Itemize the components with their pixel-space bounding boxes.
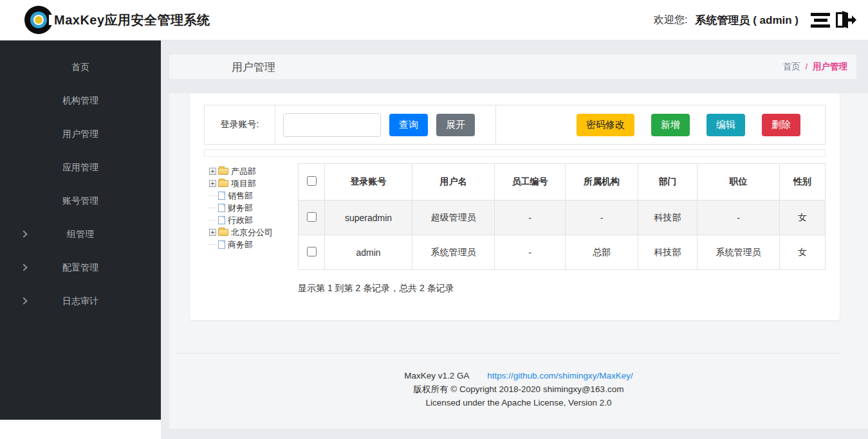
footer-license: Licensed under the Apache License, Versi… (169, 396, 868, 409)
users-table: 登录账号 用户名 员工编号 所属机构 部门 职位 性别 (298, 163, 826, 270)
breadcrumb-home-link[interactable]: 首页 (783, 62, 800, 71)
delete-button[interactable]: 删除 (762, 114, 800, 136)
top-header: MaxKey应用安全管理系统 欢迎您: 系统管理员 ( admin ) (0, 0, 868, 40)
brand: MaxKey应用安全管理系统 (0, 6, 210, 34)
chevron-right-icon (20, 264, 27, 271)
col-header-department: 部门 (638, 164, 697, 201)
users-table-wrap: 登录账号 用户名 员工编号 所属机构 部门 职位 性别 (298, 163, 826, 294)
menu-list-icon[interactable] (810, 13, 831, 28)
sidebar-item-log-audit[interactable]: 日志审计 (0, 285, 161, 318)
records-info: 显示第 1 到第 2 条记录，总共 2 条记录 (298, 283, 826, 294)
file-icon (218, 204, 225, 212)
row-checkbox[interactable] (307, 247, 317, 256)
table-row-admin[interactable]: admin 系统管理员 - 总部 科技部 系统管理员 女 (299, 235, 826, 270)
user-area: 欢迎您: 系统管理员 ( admin ) (654, 9, 868, 31)
breadcrumb: 首页 / 用户管理 (783, 61, 856, 73)
login-account-input[interactable] (283, 113, 381, 137)
tree-node-business-dept[interactable]: 商务部 (209, 238, 298, 251)
col-header-organization: 所属机构 (566, 164, 638, 201)
app-window: MaxKey应用安全管理系统 欢迎您: 系统管理员 ( admin ) 首页 机… (0, 0, 868, 439)
content-area: 用户管理 首页 / 用户管理 登录账号: 查询 展开 (161, 40, 868, 439)
folder-icon (218, 168, 228, 175)
org-tree: + 产品部 + 项目部 (204, 163, 298, 294)
table-header-row: 登录账号 用户名 员工编号 所属机构 部门 职位 性别 (299, 164, 826, 201)
file-icon (218, 216, 225, 224)
sidebar-item-config-mgmt[interactable]: 配置管理 (0, 251, 161, 285)
breadcrumb-current: 用户管理 (813, 62, 847, 71)
sidebar-item-app-mgmt[interactable]: 应用管理 (0, 151, 161, 184)
select-all-checkbox[interactable] (307, 176, 317, 186)
col-header-username: 用户名 (412, 164, 495, 201)
page-header-band: 用户管理 首页 / 用户管理 (169, 55, 856, 79)
expand-icon[interactable]: + (209, 229, 216, 236)
tree-node-sales-dept[interactable]: 销售部 (209, 190, 298, 202)
col-header-login-account: 登录账号 (325, 164, 412, 201)
sidebar-item-account-mgmt[interactable]: 账号管理 (0, 184, 161, 218)
password-modify-button[interactable]: 密码修改 (577, 114, 634, 136)
search-form: 登录账号: 查询 展开 密码修改 新增 编辑 删除 (204, 105, 826, 145)
folder-icon (218, 229, 228, 236)
tree-node-project-dept[interactable]: + 项目部 (209, 177, 298, 190)
expand-button[interactable]: 展开 (436, 114, 475, 136)
edit-button[interactable]: 编辑 (706, 114, 745, 136)
maxkey-logo-icon (24, 6, 53, 34)
page-footer: MaxKey v1.2 GA https://github.com/shimin… (169, 354, 868, 409)
expand-icon[interactable]: + (209, 168, 216, 175)
tree-node-finance-dept[interactable]: 财务部 (209, 202, 298, 214)
col-header-position: 职位 (697, 164, 780, 201)
github-link[interactable]: https://github.com/shimingxy/MaxKey/ (487, 371, 633, 381)
col-header-employee-no: 员工编号 (495, 164, 566, 201)
row-checkbox[interactable] (307, 212, 317, 222)
breadcrumb-separator: / (805, 62, 808, 71)
sidebar-item-org-mgmt[interactable]: 机构管理 (0, 84, 161, 118)
tree-node-beijing-branch[interactable]: + 北京分公司 (209, 226, 298, 238)
chevron-right-icon (20, 231, 27, 238)
sidebar-item-group-mgmt[interactable]: 组管理 (0, 218, 161, 251)
file-icon (218, 240, 225, 249)
sidebar-item-user-mgmt[interactable]: 用户管理 (0, 118, 161, 151)
expand-icon[interactable]: + (209, 180, 216, 187)
footer-version: MaxKey v1.2 GA (404, 371, 469, 381)
query-button[interactable]: 查询 (389, 114, 428, 136)
table-row-superadmin[interactable]: superadmin 超级管理员 - - 科技部 - 女 (299, 201, 826, 235)
tree-node-product-dept[interactable]: + 产品部 (209, 165, 298, 177)
welcome-label: 欢迎您: (654, 13, 687, 27)
tree-node-admin-dept[interactable]: 行政部 (209, 214, 298, 226)
col-header-gender: 性别 (780, 164, 826, 201)
footer-copyright: 版权所有 © Copyright 2018-2020 shimingxy@163… (169, 382, 868, 396)
page-title: 用户管理 (169, 60, 275, 75)
login-account-label: 登录账号: (205, 105, 275, 144)
chevron-right-icon (20, 298, 27, 305)
page-area: 登录账号: 查询 展开 密码修改 新增 编辑 删除 (169, 93, 868, 429)
app-title: MaxKey应用安全管理系统 (54, 12, 210, 29)
file-icon (218, 192, 225, 200)
logout-icon[interactable] (833, 9, 856, 31)
sidebar-nav: 首页 机构管理 用户管理 应用管理 账号管理 组管理 配置管理 日志审计 (0, 40, 161, 420)
folder-icon (218, 180, 228, 187)
sidebar-item-home[interactable]: 首页 (0, 51, 161, 84)
user-management-card: 登录账号: 查询 展开 密码修改 新增 编辑 删除 (190, 93, 840, 320)
current-user-label: 系统管理员 ( admin ) (695, 13, 799, 28)
add-button[interactable]: 新增 (651, 114, 690, 136)
table-toolbar-strip (204, 149, 826, 157)
